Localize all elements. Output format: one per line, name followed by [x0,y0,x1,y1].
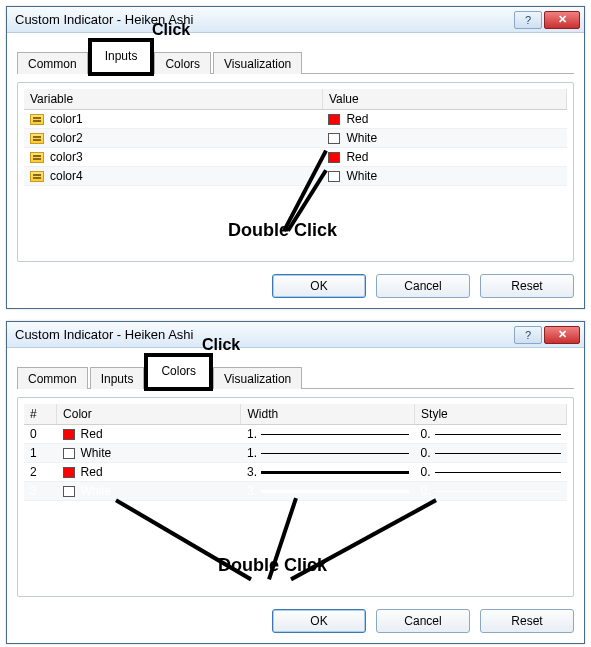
titlebar: Custom Indicator - Heiken Ashi ? ✕ [7,322,584,348]
help-button[interactable]: ? [514,11,542,29]
table-row[interactable]: 3White3.0. [24,482,567,501]
row-idx: 2 [24,463,57,482]
col-style[interactable]: Style [415,404,567,425]
tabs: Click Common Inputs Colors Visualization [17,39,574,74]
table-row[interactable]: color4White [24,167,567,186]
dialog1-wrapper: Custom Indicator - Heiken Ashi ? ✕ Click… [6,6,585,309]
color-swatch-icon [328,114,340,125]
color-swatch-icon [63,448,75,459]
value-text: White [346,131,377,145]
color-swatch-icon [63,429,75,440]
color-name: White [81,484,112,498]
style-value: 0. [421,446,431,460]
table-row[interactable]: 0Red1.0. [24,425,567,444]
value-text: Red [346,112,368,126]
color-name: Red [81,465,103,479]
dialog-inputs: Custom Indicator - Heiken Ashi ? ✕ Click… [6,6,585,309]
value-text: White [346,169,377,183]
dialog-colors: Custom Indicator - Heiken Ashi ? ✕ Click… [6,321,585,644]
variable-name: color1 [50,112,83,126]
variable-icon [30,133,44,144]
window-controls: ? ✕ [514,11,580,29]
table-row[interactable]: color3Red [24,148,567,167]
table-row[interactable]: 2Red3.0. [24,463,567,482]
table-row[interactable]: color2White [24,129,567,148]
color-swatch-icon [328,171,340,182]
colors-panel: # Color Width Style 0Red1.0.1White1.0.2R… [17,397,574,597]
col-variable[interactable]: Variable [24,89,322,110]
inputs-table[interactable]: Variable Value color1Redcolor2Whitecolor… [24,89,567,186]
style-value: 0. [421,427,431,441]
variable-name: color2 [50,131,83,145]
tab-inputs[interactable]: Inputs [90,40,153,74]
tab-colors[interactable]: Colors [146,355,211,389]
inputs-panel: Variable Value color1Redcolor2Whitecolor… [17,82,574,262]
color-swatch-icon [63,486,75,497]
dialog2-wrapper: Custom Indicator - Heiken Ashi ? ✕ Click… [6,321,585,644]
table-row[interactable]: 1White1.0. [24,444,567,463]
tab-common[interactable]: Common [17,367,88,389]
variable-name: color4 [50,169,83,183]
width-value: 1. [247,427,257,441]
help-button[interactable]: ? [514,326,542,344]
color-name: White [81,446,112,460]
row-idx: 3 [24,482,57,501]
color-swatch-icon [63,467,75,478]
colors-table[interactable]: # Color Width Style 0Red1.0.1White1.0.2R… [24,404,567,501]
width-value: 3. [247,484,257,498]
color-swatch-icon [328,152,340,163]
width-preview-icon [261,434,409,435]
variable-icon [30,171,44,182]
window-controls: ? ✕ [514,326,580,344]
reset-button[interactable]: Reset [480,274,574,298]
col-color[interactable]: Color [57,404,241,425]
close-button[interactable]: ✕ [544,11,580,29]
col-value[interactable]: Value [322,89,566,110]
close-button[interactable]: ✕ [544,326,580,344]
tabs: Click Common Inputs Colors Visualization [17,354,574,389]
annot-doubleclick: Double Click [218,555,327,576]
button-row: OK Cancel Reset [17,609,574,633]
annot-click: Click [202,336,240,354]
button-row: OK Cancel Reset [17,274,574,298]
style-preview-icon [435,491,561,492]
tab-inputs[interactable]: Inputs [90,367,145,389]
reset-button[interactable]: Reset [480,609,574,633]
tab-colors[interactable]: Colors [154,52,211,74]
color-name: Red [81,427,103,441]
annot-doubleclick: Double Click [228,220,337,241]
width-preview-icon [261,471,409,474]
col-width[interactable]: Width [241,404,415,425]
width-preview-icon [261,453,409,454]
style-value: 0. [421,484,431,498]
ok-button[interactable]: OK [272,609,366,633]
table-row[interactable]: color1Red [24,110,567,129]
value-text: Red [346,150,368,164]
tab-visualization[interactable]: Visualization [213,367,302,389]
cancel-button[interactable]: Cancel [376,609,470,633]
style-preview-icon [435,472,561,473]
ok-button[interactable]: OK [272,274,366,298]
row-idx: 0 [24,425,57,444]
style-preview-icon [435,453,561,454]
titlebar: Custom Indicator - Heiken Ashi ? ✕ [7,7,584,33]
variable-icon [30,114,44,125]
tab-common[interactable]: Common [17,52,88,74]
width-value: 1. [247,446,257,460]
row-idx: 1 [24,444,57,463]
annot-click: Click [152,21,190,39]
variable-name: color3 [50,150,83,164]
cancel-button[interactable]: Cancel [376,274,470,298]
col-idx[interactable]: # [24,404,57,425]
tab-visualization[interactable]: Visualization [213,52,302,74]
style-preview-icon [435,434,561,435]
style-value: 0. [421,465,431,479]
width-value: 3. [247,465,257,479]
variable-icon [30,152,44,163]
width-preview-icon [261,490,409,493]
window-title: Custom Indicator - Heiken Ashi [15,327,193,342]
color-swatch-icon [328,133,340,144]
